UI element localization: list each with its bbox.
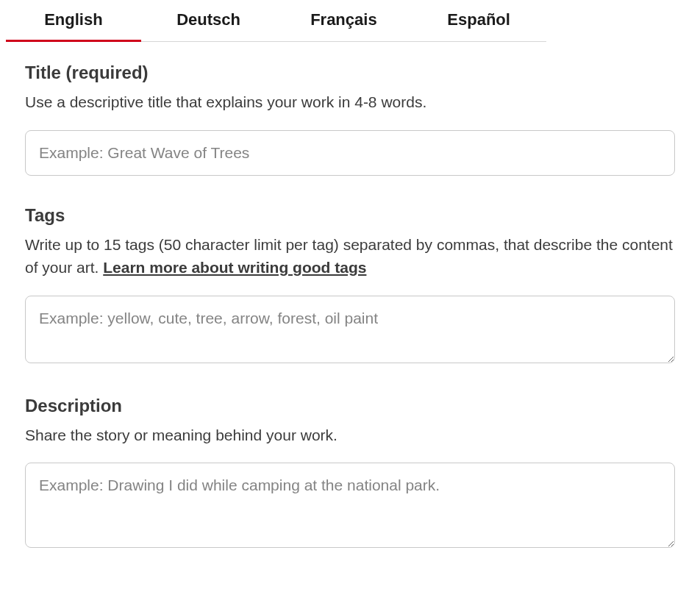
description-input[interactable] (25, 463, 675, 548)
tab-english[interactable]: English (6, 0, 141, 41)
tags-help-link[interactable]: Learn more about writing good tags (103, 259, 366, 276)
form-section: Title (required) Use a descriptive title… (0, 42, 700, 551)
title-heading: Title (required) (25, 63, 675, 83)
tab-deutsch[interactable]: Deutsch (141, 0, 276, 41)
tags-input[interactable] (25, 296, 675, 363)
tags-field-group: Tags Write up to 15 tags (50 character l… (25, 205, 675, 366)
language-tabs: English Deutsch Français Español (6, 0, 546, 42)
description-field-group: Description Share the story or meaning b… (25, 396, 675, 552)
tab-espanol[interactable]: Español (411, 0, 546, 41)
tab-francais[interactable]: Français (276, 0, 412, 41)
title-help: Use a descriptive title that explains yo… (25, 90, 675, 114)
title-field-group: Title (required) Use a descriptive title… (25, 63, 675, 176)
title-input[interactable] (25, 130, 675, 176)
tags-help: Write up to 15 tags (50 character limit … (25, 233, 675, 279)
tags-heading: Tags (25, 205, 675, 226)
description-help: Share the story or meaning behind your w… (25, 424, 675, 447)
description-heading: Description (25, 396, 675, 416)
